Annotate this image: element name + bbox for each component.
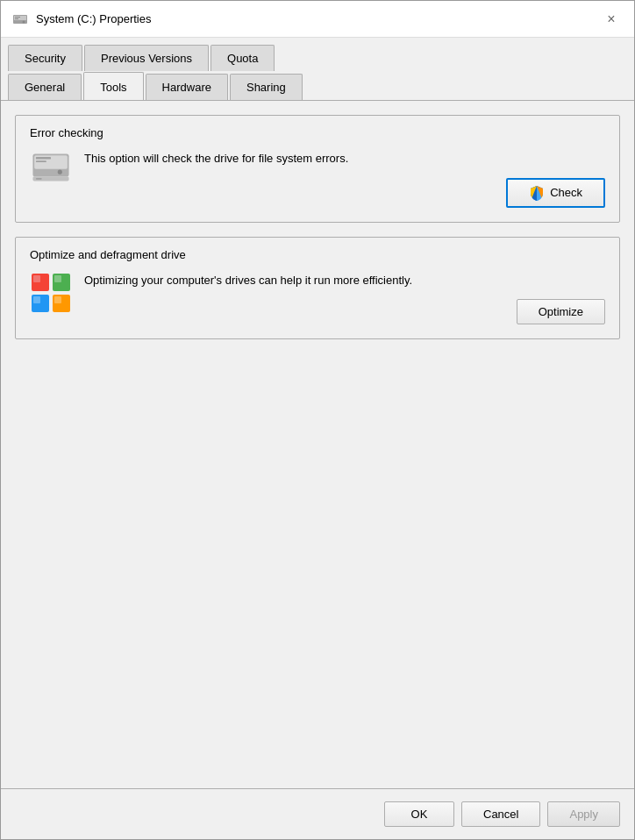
tab-previous-versions[interactable]: Previous Versions bbox=[84, 45, 209, 71]
optimize-section: Optimize and defragment drive bbox=[15, 237, 620, 340]
optimize-description: Optimizing your computer's drives can he… bbox=[84, 272, 605, 289]
tabs-area: Security Previous Versions Quota General… bbox=[1, 38, 634, 101]
title-bar-left: System (C:) Properties bbox=[11, 11, 151, 28]
tabs-row-1: Security Previous Versions Quota bbox=[1, 38, 634, 71]
error-checking-title: Error checking bbox=[30, 126, 605, 139]
ok-button[interactable]: OK bbox=[384, 801, 454, 827]
svg-rect-8 bbox=[36, 160, 46, 162]
cancel-button[interactable]: Cancel bbox=[461, 801, 540, 827]
svg-rect-17 bbox=[54, 275, 61, 282]
optimize-button-row: Optimize bbox=[84, 299, 605, 324]
title-drive-icon bbox=[11, 11, 29, 28]
svg-rect-3 bbox=[15, 17, 20, 18]
error-checking-body: This option will check the drive for fil… bbox=[84, 150, 605, 208]
error-checking-section: Error checking This option will check th… bbox=[15, 115, 620, 223]
footer: OK Cancel Apply bbox=[1, 788, 634, 839]
optimize-button[interactable]: Optimize bbox=[517, 299, 605, 324]
svg-rect-7 bbox=[36, 157, 51, 160]
apply-button[interactable]: Apply bbox=[547, 801, 620, 827]
svg-rect-18 bbox=[33, 296, 40, 303]
hard-drive-icon bbox=[30, 150, 72, 185]
optimize-body: Optimizing your computer's drives can he… bbox=[84, 272, 605, 325]
tab-security[interactable]: Security bbox=[8, 45, 82, 71]
optimize-title: Optimize and defragment drive bbox=[30, 248, 605, 261]
tab-hardware[interactable]: Hardware bbox=[146, 74, 228, 100]
defrag-icon bbox=[30, 272, 72, 314]
tab-quota[interactable]: Quota bbox=[210, 45, 275, 71]
svg-rect-19 bbox=[54, 296, 61, 303]
tabs-row-2: General Tools Hardware Sharing bbox=[1, 70, 634, 100]
svg-point-9 bbox=[58, 170, 62, 174]
tab-general[interactable]: General bbox=[8, 74, 82, 100]
title-bar: System (C:) Properties × bbox=[1, 1, 634, 38]
svg-point-2 bbox=[23, 20, 25, 23]
shield-icon bbox=[529, 185, 545, 201]
tab-tools[interactable]: Tools bbox=[83, 72, 143, 100]
svg-rect-4 bbox=[15, 18, 18, 19]
window-title: System (C:) Properties bbox=[36, 12, 151, 25]
window: System (C:) Properties × Security Previo… bbox=[0, 0, 635, 840]
svg-rect-1 bbox=[14, 16, 26, 20]
check-button-label: Check bbox=[550, 186, 582, 199]
tab-sharing[interactable]: Sharing bbox=[230, 74, 303, 100]
error-checking-content: This option will check the drive for fil… bbox=[30, 150, 605, 208]
error-checking-button-row: Check bbox=[84, 178, 605, 208]
svg-rect-11 bbox=[36, 178, 42, 180]
error-checking-description: This option will check the drive for fil… bbox=[84, 150, 605, 167]
optimize-content: Optimizing your computer's drives can he… bbox=[30, 272, 605, 325]
svg-rect-16 bbox=[33, 275, 40, 282]
content-area: Error checking This option will check th… bbox=[1, 101, 634, 788]
check-button[interactable]: Check bbox=[506, 178, 605, 208]
close-button[interactable]: × bbox=[599, 7, 624, 32]
